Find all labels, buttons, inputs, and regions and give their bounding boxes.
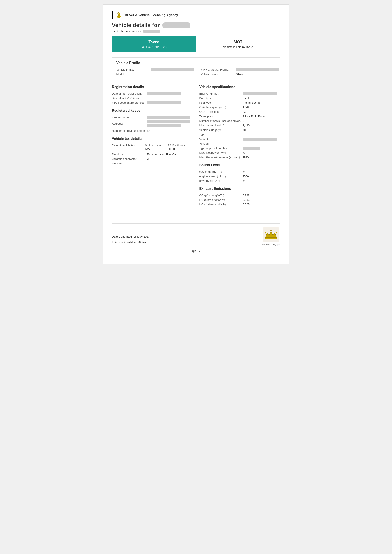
tax-band-row: Tax band: A xyxy=(112,162,193,165)
vehicle-specs-section: Vehicle specifications Engine number: Bo… xyxy=(199,85,280,159)
validation-label: Validation character: xyxy=(112,157,147,160)
crown-copyright-label: © Crown Copyright xyxy=(262,243,280,246)
driveby-value: 74 xyxy=(243,179,246,182)
mass-row: Mass in service (kg): 1,490 xyxy=(199,124,280,127)
keeper-section: Registered keeper Keeper name: Address: … xyxy=(112,109,193,132)
max-mass-label: Max. Permissible mass (ex. m/c): xyxy=(199,156,243,159)
max-mass-value: 1815 xyxy=(243,156,249,159)
engine-number-label: Engine number: xyxy=(199,92,243,95)
six-month-header: 6 Month rate xyxy=(145,144,168,147)
net-power-value: 73 xyxy=(243,151,246,154)
dvla-logo-icon: ♛ xyxy=(115,11,123,19)
vehicle-profile-right: VIN / Chassis / Frame: Vehicle colour: S… xyxy=(201,68,279,77)
validity-statement: This print is valid for 28 days xyxy=(112,240,150,244)
svg-point-6 xyxy=(265,232,266,233)
svg-point-1 xyxy=(117,15,121,18)
driveby-label: drive-by (dB(A)): xyxy=(199,179,243,182)
tax-details-title: Vehicle tax details xyxy=(112,137,193,142)
seats-row: Number of seats (includes driver): 5 xyxy=(199,119,280,123)
cylinder-value: 1798 xyxy=(243,106,249,109)
last-v5c-label: Date of last V5C issue: xyxy=(112,97,147,100)
twelve-month-value: £0.00 xyxy=(168,147,193,151)
version-label: Version: xyxy=(199,142,243,145)
body-type-value: Estate xyxy=(243,97,251,100)
type-approval-redacted xyxy=(243,147,260,150)
colour-value: Silver xyxy=(236,72,243,76)
nox-row: NOx (g/km or g/kWh): 0.005 xyxy=(199,203,280,206)
cylinder-row: Cylinder capacity (cc): 1798 xyxy=(199,106,280,109)
co-value: 0.182 xyxy=(243,194,250,197)
org-name: Driver & Vehicle Licensing Agency xyxy=(125,13,178,17)
mot-status-sub: No details held by DVLA xyxy=(200,45,276,48)
engine-number-redacted xyxy=(243,92,277,95)
tax-status-sub: Tax due: 1 April 2018 xyxy=(116,45,192,48)
vehicle-profile-left: Vehicle make: Model: xyxy=(116,68,194,77)
model-label: Model: xyxy=(116,72,151,76)
type-label: Type: xyxy=(199,133,243,136)
page-number: Page 1 / 1 xyxy=(112,249,280,253)
wheelplan-value: 2 Axle Rigid Body xyxy=(243,115,265,118)
sound-level-title: Sound Level xyxy=(199,163,280,168)
engine-speed-label: engine speed (min-1): xyxy=(199,175,243,178)
mot-status-title: MOT xyxy=(200,40,276,44)
address-line2-redacted xyxy=(147,125,181,127)
engine-speed-row: engine speed (min-1): 2500 xyxy=(199,175,280,178)
prev-keepers-value: 0 xyxy=(148,129,149,132)
stationary-value: 74 xyxy=(243,170,246,173)
model-row: Model: xyxy=(116,72,194,76)
wheelplan-label: Wheelplan: xyxy=(199,115,243,118)
svg-point-8 xyxy=(276,232,277,233)
date-generated: Date Generated: 18 May 2017 xyxy=(112,235,150,238)
footer-left: Date Generated: 18 May 2017 This print i… xyxy=(112,235,150,246)
stationary-label: stationary (dB(A)): xyxy=(199,170,243,173)
main-content: Registration details Date of first regis… xyxy=(112,85,280,210)
page-title: Vehicle details for xyxy=(112,22,280,28)
cylinder-label: Cylinder capacity (cc): xyxy=(199,106,243,109)
variant-redacted xyxy=(243,138,277,141)
first-reg-redacted xyxy=(147,92,181,95)
nox-value: 0.005 xyxy=(243,203,250,206)
vin-value-redacted xyxy=(236,68,279,71)
co2-label: CO2 Emissions: xyxy=(199,110,243,113)
body-type-row: Body type: Estate xyxy=(199,97,280,100)
left-column: Registration details Date of first regis… xyxy=(112,85,193,210)
keeper-title: Registered keeper xyxy=(112,109,193,113)
type-approval-label: Type approval number: xyxy=(199,146,243,150)
footer: Date Generated: 18 May 2017 This print i… xyxy=(112,223,280,246)
footer-right: © Crown Copyright xyxy=(262,227,280,246)
variant-row: Variant: xyxy=(199,138,280,141)
net-power-row: Max. Net power (kW): 73 xyxy=(199,151,280,154)
validation-value: M xyxy=(147,157,149,160)
fuel-type-value: Hybrid electric xyxy=(243,101,260,104)
first-reg-row: Date of first registration: xyxy=(112,92,193,95)
twelve-month-header: 12 Month rate xyxy=(168,144,193,147)
make-row: Vehicle make: xyxy=(116,68,194,71)
keeper-address-label: Address: xyxy=(112,122,147,125)
keeper-name-label: Keeper name: xyxy=(112,116,147,119)
vin-row: VIN / Chassis / Frame: xyxy=(201,68,279,71)
keeper-name-redacted xyxy=(147,116,190,119)
co-label: CO (g/km or g/kWh): xyxy=(199,194,243,197)
vehicle-specs-title: Vehicle specifications xyxy=(199,85,280,90)
right-column: Vehicle specifications Engine number: Bo… xyxy=(199,85,280,210)
engine-number-row: Engine number: xyxy=(199,92,280,95)
tax-class-value: 59 - Alternative Fuel Car xyxy=(147,153,177,156)
vehicle-profile-inner: Vehicle make: Model: VIN / Chassis / Fra… xyxy=(116,68,276,77)
hc-label: HC (g/km or g/kWh): xyxy=(199,198,243,201)
exhaust-title: Exhaust Emissions xyxy=(199,187,280,192)
body-type-label: Body type: xyxy=(199,97,243,100)
prev-keepers-label: Number of previous keepers: xyxy=(112,129,148,132)
v5c-ref-row: V5C document reference: xyxy=(112,101,193,104)
driveby-row: drive-by (dB(A)): 74 xyxy=(199,179,280,182)
tax-status-title: Taxed xyxy=(116,40,192,44)
max-mass-row: Max. Permissible mass (ex. m/c): 1815 xyxy=(199,156,280,159)
variant-label: Variant: xyxy=(199,138,243,141)
page: ♛ Driver & Vehicle Licensing Agency Vehi… xyxy=(103,4,289,264)
svg-rect-5 xyxy=(265,237,277,239)
colour-label: Vehicle colour: xyxy=(201,72,236,76)
co2-row: CO2 Emissions: 83 xyxy=(199,110,280,113)
fuel-type-row: Fuel type: Hybrid electric xyxy=(199,101,280,104)
status-row: Taxed Tax due: 1 April 2018 MOT No detai… xyxy=(112,36,280,52)
co2-value: 83 xyxy=(243,110,246,113)
fleet-ref-redacted xyxy=(143,30,160,33)
